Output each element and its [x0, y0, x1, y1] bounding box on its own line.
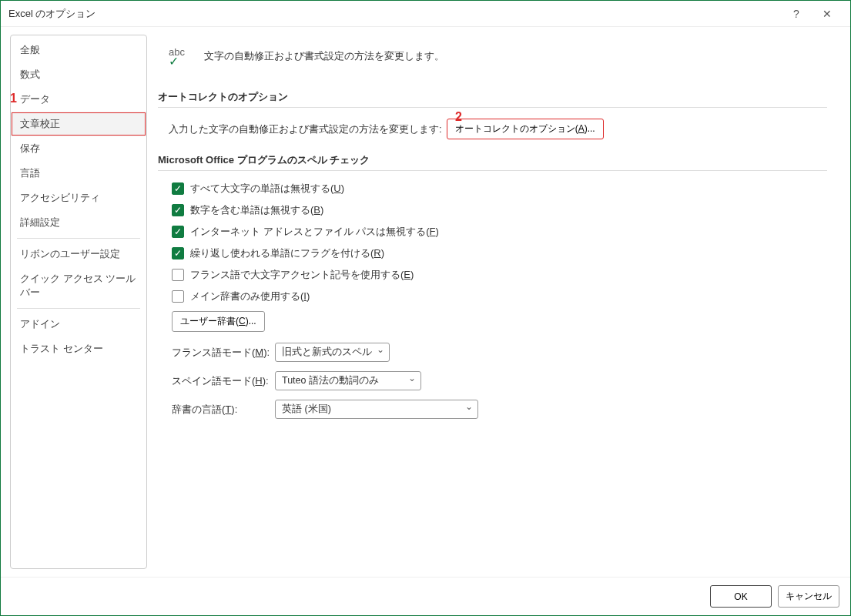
checkbox-icon[interactable]: ✓ — [172, 226, 184, 238]
annotation-2: 2 — [455, 110, 462, 124]
french-mode-select[interactable]: 旧式と新式のスペル — [275, 343, 390, 362]
hero-row: abc ✓ 文字の自動修正および書式設定の方法を変更します。 — [158, 44, 827, 69]
close-icon[interactable]: ✕ — [812, 8, 843, 20]
french-mode-label: フランス語モード(M): — [172, 346, 275, 360]
sidebar-item-proofing[interactable]: 文章校正 — [11, 112, 146, 136]
sidebar-item-quick-access[interactable]: クイック アクセス ツール バー — [11, 266, 146, 305]
sidebar: 全般 数式 データ 文章校正 保存 言語 アクセシビリティ 詳細設定 リボンのユ… — [10, 35, 147, 569]
check-french-accent[interactable]: フランス語で大文字アクセント記号を使用する(E) — [172, 268, 827, 282]
dialog-body: 全般 数式 データ 文章校正 保存 言語 アクセシビリティ 詳細設定 リボンのユ… — [1, 27, 850, 577]
options-dialog: Excel のオプション ? ✕ 全般 数式 データ 文章校正 保存 言語 アク… — [0, 0, 851, 616]
ok-button[interactable]: OK — [710, 585, 772, 608]
dict-language-label: 辞書の言語(T): — [172, 403, 275, 417]
help-icon[interactable]: ? — [781, 8, 812, 20]
titlebar: Excel のオプション ? ✕ — [1, 1, 850, 27]
proofing-hero-icon: abc ✓ — [169, 44, 193, 69]
checkbox-icon[interactable]: ✓ — [172, 204, 184, 216]
sidebar-item-general[interactable]: 全般 — [11, 38, 146, 62]
sidebar-item-save[interactable]: 保存 — [11, 136, 146, 161]
annotation-1: 1 — [10, 92, 17, 105]
dict-language-select[interactable]: 英語 (米国) — [275, 400, 478, 419]
checkbox-icon[interactable] — [172, 290, 184, 303]
hero-text: 文字の自動修正および書式設定の方法を変更します。 — [204, 49, 444, 63]
sidebar-item-addins[interactable]: アドイン — [11, 312, 146, 336]
window-title: Excel のオプション — [8, 7, 781, 21]
checkbox-icon[interactable] — [172, 269, 184, 281]
check-main-dict-only[interactable]: メイン辞書のみ使用する(I) — [172, 290, 827, 303]
dialog-footer: OK キャンセル — [1, 577, 850, 615]
checkbox-icon[interactable]: ✓ — [172, 182, 184, 195]
spellcheck-options: ✓ すべて大文字の単語は無視する(U) ✓ 数字を含む単語は無視する(B) ✓ … — [172, 182, 827, 332]
section-autocorrect-title: オートコレクトのオプション — [158, 90, 827, 108]
sidebar-item-formulas[interactable]: 数式 — [11, 62, 146, 87]
sidebar-separator — [17, 308, 140, 309]
sidebar-item-trust-center[interactable]: トラスト センター — [11, 336, 146, 361]
check-flag-repeated[interactable]: ✓ 繰り返し使われる単語にフラグを付ける(R) — [172, 246, 827, 260]
autocorrect-options-button[interactable]: オートコレクトのオプション(A)... — [447, 119, 604, 139]
autocorrect-desc: 入力した文字の自動修正および書式設定の方法を変更します: — [169, 122, 442, 136]
spanish-mode-select[interactable]: Tuteo 語法の動詞のみ — [275, 371, 421, 390]
spanish-mode-row: スペイン語モード(H): Tuteo 語法の動詞のみ — [172, 371, 827, 390]
sidebar-item-customize-ribbon[interactable]: リボンのユーザー設定 — [11, 242, 146, 266]
section-spellcheck-title: Microsoft Office プログラムのスペル チェック — [158, 153, 827, 171]
checkbox-icon[interactable]: ✓ — [172, 247, 184, 259]
check-ignore-internet[interactable]: ✓ インターネット アドレスとファイル パスは無視する(F) — [172, 225, 827, 239]
sidebar-separator — [17, 238, 140, 239]
check-ignore-numbers[interactable]: ✓ 数字を含む単語は無視する(B) — [172, 203, 827, 217]
cancel-button[interactable]: キャンセル — [778, 585, 839, 608]
sidebar-item-accessibility[interactable]: アクセシビリティ — [11, 186, 146, 210]
checkmark-icon: ✓ — [169, 57, 179, 65]
content-pane: abc ✓ 文字の自動修正および書式設定の方法を変更します。 オートコレクトのオ… — [153, 35, 841, 569]
custom-dictionaries-button[interactable]: ユーザー辞書(C)... — [172, 311, 265, 332]
spanish-mode-label: スペイン語モード(H): — [172, 374, 275, 388]
sidebar-item-advanced[interactable]: 詳細設定 — [11, 210, 146, 235]
sidebar-item-language[interactable]: 言語 — [11, 161, 146, 186]
check-ignore-uppercase[interactable]: ✓ すべて大文字の単語は無視する(U) — [172, 182, 827, 196]
sidebar-item-data[interactable]: データ — [11, 87, 146, 112]
autocorrect-row: 入力した文字の自動修正および書式設定の方法を変更します: オートコレクトのオプシ… — [169, 119, 827, 139]
french-mode-row: フランス語モード(M): 旧式と新式のスペル — [172, 343, 827, 362]
dict-language-row: 辞書の言語(T): 英語 (米国) — [172, 400, 827, 419]
